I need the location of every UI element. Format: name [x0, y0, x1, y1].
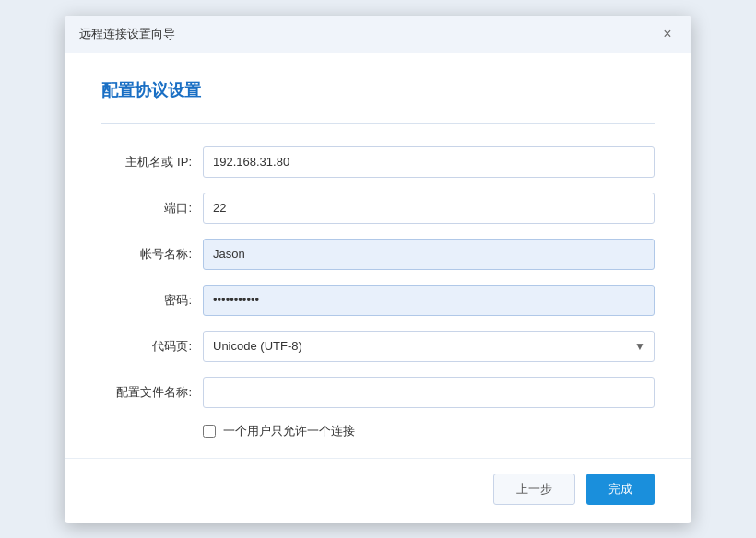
single-connection-checkbox[interactable] [203, 425, 216, 438]
dialog-title: 远程连接设置向导 [79, 26, 175, 42]
username-input[interactable] [203, 239, 655, 270]
password-label: 密码: [101, 292, 203, 309]
config-name-label: 配置文件名称: [101, 384, 203, 401]
section-title: 配置协议设置 [101, 79, 655, 101]
host-row: 主机名或 IP: [101, 146, 655, 178]
port-label: 端口: [101, 200, 203, 216]
dialog-footer: 上一步 完成 [65, 458, 691, 523]
host-label: 主机名或 IP: [101, 154, 203, 170]
close-button[interactable]: × [658, 25, 677, 43]
config-name-row: 配置文件名称: [101, 377, 655, 408]
codepage-select[interactable]: Unicode (UTF-8) UTF-16 GBK GB2312 Big5 [203, 331, 655, 362]
port-row: 端口: [101, 193, 655, 224]
host-input[interactable] [203, 146, 655, 178]
checkbox-row: 一个用户只允许一个连接 [203, 423, 655, 439]
password-input[interactable] [203, 285, 655, 316]
titlebar: 远程连接设置向导 × [65, 16, 691, 53]
codepage-label: 代码页: [101, 338, 203, 355]
username-label: 帐号名称: [101, 246, 203, 263]
dialog-body: 配置协议设置 主机名或 IP: 端口: 帐号名称: 密码: 代码页: U [65, 53, 691, 458]
codepage-row: 代码页: Unicode (UTF-8) UTF-16 GBK GB2312 B… [101, 331, 655, 362]
section-divider [101, 123, 655, 124]
config-name-input[interactable] [203, 377, 655, 408]
prev-button[interactable]: 上一步 [493, 474, 575, 505]
username-row: 帐号名称: [101, 239, 655, 270]
finish-button[interactable]: 完成 [586, 474, 655, 505]
dialog-window: 远程连接设置向导 × 配置协议设置 主机名或 IP: 端口: 帐号名称: 密码:… [65, 16, 691, 523]
single-connection-label: 一个用户只允许一个连接 [223, 423, 355, 439]
port-input[interactable] [203, 193, 655, 224]
password-row: 密码: [101, 285, 655, 316]
codepage-select-wrapper: Unicode (UTF-8) UTF-16 GBK GB2312 Big5 ▼ [203, 331, 655, 362]
